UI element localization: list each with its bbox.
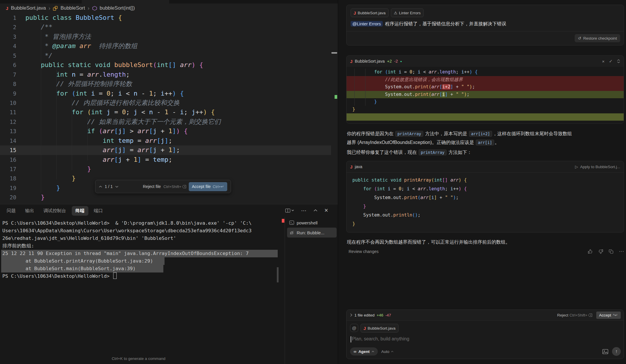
- reject-file-button[interactable]: Reject file: [143, 184, 161, 189]
- review-changes-button[interactable]: Review changes: [349, 249, 379, 254]
- accept-all-button[interactable]: Accept ^↵: [596, 312, 621, 319]
- split-terminal-button[interactable]: [285, 209, 294, 212]
- code-token: =: [95, 90, 106, 97]
- code-token: [195, 61, 199, 68]
- code-token: (: [72, 90, 76, 97]
- code-block[interactable]: public static void printArray(int[] arr)…: [347, 173, 624, 232]
- diff-code[interactable]: for (int i = 0; i < arr.length; i++) { /…: [347, 67, 624, 123]
- code-token: ): [453, 195, 456, 200]
- code-token: ;: [456, 195, 459, 200]
- line-number: 14: [0, 136, 16, 145]
- code-token: =: [391, 186, 399, 191]
- panel-more-button[interactable]: ⋯: [301, 208, 307, 213]
- code-token: (: [153, 61, 157, 68]
- prev-change-button[interactable]: [99, 186, 102, 188]
- code-line: // 外层循环控制排序轮数: [25, 79, 221, 89]
- minimap-slider[interactable]: [331, 52, 337, 54]
- diff-file-name[interactable]: BubbleSort.java: [355, 59, 384, 64]
- panel-tab[interactable]: 端口: [90, 206, 107, 216]
- code-token: arr: [418, 186, 426, 191]
- code-token: ;: [467, 92, 469, 97]
- chat-input[interactable]: Plan, search, build anything: [347, 333, 624, 347]
- model-selector[interactable]: Auto: [381, 349, 394, 354]
- code-token: [352, 212, 363, 218]
- more-actions-button[interactable]: ⋯: [619, 248, 624, 254]
- context-chip-linter[interactable]: ⚠ Linter Errors: [391, 8, 424, 17]
- context-chip-file[interactable]: J BubbleSort.java: [351, 8, 389, 17]
- breadcrumb-method[interactable]: bubbleSort(int[]): [100, 5, 135, 11]
- active-tab-remnant[interactable]: [82, 0, 169, 3]
- code-token: {: [180, 90, 184, 97]
- code-token: println: [393, 212, 412, 218]
- code-token: System: [363, 212, 380, 218]
- code-token: System: [385, 84, 401, 89]
- add-context-button[interactable]: @: [350, 324, 358, 332]
- breadcrumb[interactable]: J BubbleSort.java › BubbleSort › bubbleS…: [0, 3, 338, 13]
- code-token: temp: [153, 156, 168, 163]
- code-token: }: [352, 99, 377, 104]
- terminal-output[interactable]: PS C:\Users\10634\Desktop\HelloWorld> & …: [2, 219, 251, 280]
- panel-maximize-button[interactable]: [314, 209, 317, 212]
- terminal-text: PS C:\Users\10634\Desktop\HelloWorld> & …: [2, 220, 251, 226]
- code-token: [25, 90, 56, 97]
- mention-pill[interactable]: @Linter Errors: [351, 21, 383, 27]
- panel-close-button[interactable]: ×: [324, 207, 328, 214]
- breadcrumb-class[interactable]: BubbleSort: [60, 5, 85, 11]
- next-change-button[interactable]: [115, 186, 118, 188]
- code-token: [114, 14, 118, 21]
- restore-checkpoint-button[interactable]: ↺ Restore checkpoint: [575, 34, 620, 42]
- code-token: [382, 69, 385, 75]
- chevron-icon: [372, 351, 374, 352]
- terminal-line: at BubbleSort.main(BubbleSort.java:39): [2, 265, 251, 272]
- code-line: public class BubbleSort {: [25, 13, 221, 22]
- editor-tab-strip[interactable]: [0, 0, 338, 3]
- code-token: ): [469, 84, 472, 89]
- panel-tab[interactable]: 输出: [21, 206, 38, 216]
- code-token: 1: [168, 127, 172, 135]
- code-token: int: [157, 61, 168, 68]
- line-number: 9: [0, 89, 16, 98]
- accept-diff-button[interactable]: ✓: [609, 59, 613, 64]
- attach-image-button[interactable]: [602, 349, 608, 354]
- panel-tab[interactable]: 问题: [3, 206, 20, 216]
- expand-diff-button[interactable]: [617, 59, 620, 63]
- breadcrumb-file[interactable]: BubbleSort.java: [11, 5, 46, 11]
- expand-files-button[interactable]: [350, 313, 352, 317]
- line-number: 2: [0, 22, 16, 32]
- code-editor[interactable]: 1234567891011121314151617181920 public c…: [0, 13, 338, 204]
- terminal-scrollbar[interactable]: [277, 267, 279, 282]
- panel-tab[interactable]: 调试控制台: [40, 206, 70, 216]
- code-token: [: [114, 156, 118, 163]
- code-token: ;: [126, 108, 134, 116]
- diff-nav-counter: 1 / 1: [105, 184, 113, 189]
- code-lines[interactable]: public class BubbleSort { /** * 冒泡排序方法 *…: [25, 13, 221, 202]
- code-token: j: [118, 146, 122, 154]
- code-token: }: [352, 204, 366, 209]
- thumbs-down-button[interactable]: [598, 249, 603, 254]
- code-token: [25, 156, 103, 163]
- accept-file-button[interactable]: Accept file Ctrl+↵: [189, 182, 227, 191]
- composer-file-chip[interactable]: J BubbleSort.java: [361, 324, 398, 333]
- code-token: 0: [106, 90, 110, 97]
- reject-diff-button[interactable]: ×: [602, 59, 605, 64]
- files-edited-summary[interactable]: 1 file edited: [354, 313, 375, 317]
- thumbs-up-button[interactable]: [588, 249, 593, 254]
- session-powershell[interactable]: powershell: [287, 218, 337, 228]
- code-token: [369, 177, 371, 183]
- send-button[interactable]: ↑: [612, 347, 621, 356]
- code-token: arr: [431, 92, 440, 97]
- reject-all-button[interactable]: Reject Ctrl+Shift+: [557, 313, 592, 317]
- apply-code-button[interactable]: ▷ Apply to BubbleSort.j...: [575, 164, 620, 169]
- agent-mode-selector[interactable]: ∞ Agent: [350, 347, 378, 356]
- code-language: java: [355, 164, 362, 169]
- code-token: j: [106, 108, 110, 116]
- code-token: [110, 61, 114, 68]
- code-token: printArray: [404, 177, 431, 183]
- copy-message-button[interactable]: [609, 249, 613, 254]
- code-token: [25, 127, 87, 135]
- code-token: (: [385, 69, 388, 75]
- code-block-header: J java ▷ Apply to BubbleSort.j...: [347, 161, 624, 173]
- session-run-task[interactable]: Run: Bubble...: [287, 228, 337, 238]
- panel-tab[interactable]: 终端: [72, 206, 88, 216]
- code-line: for (int j = 0; j < n - 1 - i; j++) {: [25, 108, 221, 117]
